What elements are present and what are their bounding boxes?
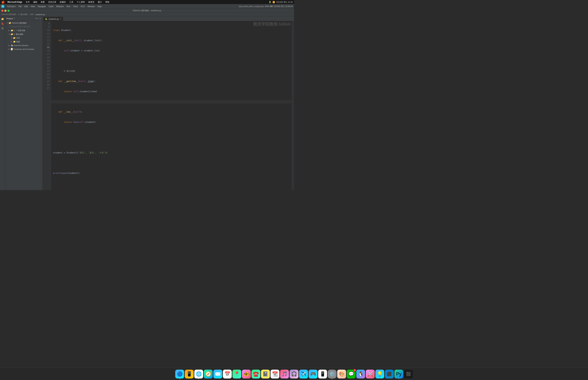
video-label: 视频: [16, 40, 20, 43]
sidebar-item-ext-libs[interactable]: ▶ 📚 External Libraries: [5, 43, 42, 47]
pycharm-menu-edit[interactable]: Edit: [23, 5, 29, 8]
code-line-18: [51, 131, 292, 134]
tab-students-py[interactable]: 🐍 students.py ✕: [43, 17, 63, 21]
wifi-icon: 📶: [273, 1, 275, 3]
menu-edit[interactable]: 编辑: [33, 1, 38, 3]
breadcrumb-file[interactable]: students.py: [36, 13, 45, 16]
sidebar-icons: ⚙ ≡ ✕: [35, 17, 41, 19]
code-line-21: [51, 161, 292, 165]
scratches-label: Scratches and Consoles: [14, 48, 34, 50]
code-line-12: # 魔法函数: [51, 69, 292, 73]
bookmarks-tool-btn[interactable]: 🔖: [1, 22, 4, 25]
traffic-lights: [1, 10, 10, 12]
breadcrumb-folder[interactable]: 2. 魔法函数: [18, 13, 28, 16]
settings-icon[interactable]: ⚙: [35, 17, 37, 19]
sidebar: Project ▼ ⚙ ≡ ✕ ▼ 📂 Python3 进阶编程 ~/Deskt…: [5, 16, 42, 190]
code-line-11: [51, 59, 292, 63]
sidebar-item-ch2[interactable]: ▼ 📂 2. 魔法函数: [5, 32, 42, 36]
pycharm-menu-file[interactable]: File: [17, 5, 23, 8]
main-layout: 📁 🔖 🏗 ★ Project ▼ ⚙ ≡ ✕ ▼ 📂 Python3 进阶编程: [0, 16, 294, 190]
sidebar-item-ch1[interactable]: ▶ 📁 1. 一切皆对象: [5, 29, 42, 32]
code-line-17: return len(self.student): [51, 120, 292, 124]
expand-arrow-ch2: ▼: [8, 33, 10, 35]
title-bar: Python3 进阶编程 - students.py: [0, 9, 294, 13]
line-numbers: 8 9 10 11 12 13 14 15 16 17 18 19 20 21 …: [42, 21, 51, 190]
lib-icon: 📚: [11, 44, 13, 47]
window-title: Python3 进阶编程 - students.py: [133, 9, 161, 12]
expand-arrow-ch1: ▶: [8, 30, 10, 31]
zoom-level: 100% ⌨: [265, 5, 273, 7]
code-line-23: [51, 182, 292, 185]
apple-menu[interactable]: 🍎: [1, 0, 5, 4]
code-content[interactable]: class Student: def __init__(self, studen…: [51, 21, 292, 190]
menu-history[interactable]: 历史记录: [47, 1, 57, 3]
project-tool-btn[interactable]: 📁: [1, 17, 4, 21]
pycharm-menubar: Py PyCharm File Edit View Navigate Code …: [0, 4, 294, 9]
expand-arrow-scratch: ▶: [8, 48, 10, 50]
pycharm-menu-navigate[interactable]: Navigate: [37, 5, 47, 8]
pycharm-menu-tools[interactable]: Tools: [72, 5, 79, 8]
menu-favorites[interactable]: 收藏夹: [59, 1, 67, 3]
pycharm-menu-code[interactable]: Code: [47, 5, 55, 8]
sidebar-header: Project ▼ ⚙ ≡ ✕: [5, 16, 42, 21]
breadcrumb-code[interactable]: 代码: [30, 13, 34, 16]
pycharm-menu-window[interactable]: Window: [86, 5, 96, 8]
ch1-label: 1. 一切皆对象: [14, 29, 25, 32]
menu-file[interactable]: 文件: [25, 1, 30, 3]
pycharm-menu-app[interactable]: PyCharm: [6, 5, 17, 8]
folder-icon-video: 📁: [13, 40, 16, 43]
code-line-13: def __getitem__(self, item):: [51, 80, 292, 83]
dropdown-icon[interactable]: ▼: [13, 18, 15, 19]
folder-icon: 📂: [9, 22, 11, 24]
code-editor-container[interactable]: 8 9 10 11 12 13 14 15 16 17 18 19 20 21 …: [42, 21, 294, 190]
expand-arrow-video: ▶: [11, 41, 13, 42]
sidebar-item-code[interactable]: ▼ 📂 代码: [5, 36, 42, 40]
pycharm-menu-help[interactable]: Help: [96, 5, 103, 8]
code-line-16: def __len__(self):: [51, 110, 292, 114]
collapse-icon[interactable]: ≡: [38, 17, 39, 19]
scratch-icon: 📝: [11, 48, 13, 50]
python-file-icon: 🐍: [45, 18, 47, 20]
code-line-19: [51, 141, 292, 144]
menu-tabs[interactable]: 标签页: [88, 1, 95, 3]
pycharm-menu-view[interactable]: View: [30, 5, 36, 8]
right-gutter: [292, 21, 294, 190]
sidebar-item-python3[interactable]: ▼ 📂 Python3 进阶编程: [5, 21, 42, 25]
structure-tool-btn[interactable]: 🏗: [1, 27, 4, 30]
sidebar-item-scratches[interactable]: ▶ 📝 Scratches and Consoles: [5, 47, 42, 51]
ch2-label: 2. 魔法函数: [14, 33, 23, 36]
code-line-10: self.student = student_list: [51, 49, 292, 52]
menu-tools[interactable]: 工具: [69, 1, 74, 3]
tab-close-btn[interactable]: ✕: [60, 18, 61, 20]
close-sidebar-icon[interactable]: ✕: [39, 17, 41, 19]
menu-help[interactable]: 帮助: [105, 1, 110, 3]
pycharm-menu-vcs[interactable]: VCS: [79, 5, 86, 8]
minimize-button[interactable]: [4, 10, 6, 12]
ext-libs-label: External Libraries: [14, 44, 28, 46]
menu-view[interactable]: 查看: [40, 1, 45, 3]
close-button[interactable]: [1, 10, 3, 12]
project-label: Project: [6, 18, 13, 19]
tab-bar: 🐍 students.py ✕: [42, 16, 294, 21]
sidebar-title: Project ▼: [6, 18, 15, 19]
menu-profile[interactable]: 个人资料: [76, 1, 86, 3]
system-tray: 🔋 📶 4月19日 周三 21:34: [269, 1, 293, 3]
maximize-button[interactable]: [7, 10, 10, 12]
code-label: 代码: [16, 37, 20, 39]
app-name[interactable]: Microsoft Edge: [7, 1, 23, 3]
expand-arrow-code: ▼: [11, 37, 13, 39]
pycharm-menu-run[interactable]: Run: [65, 5, 71, 8]
datetime: 4月19日 周三 21:34: [276, 1, 293, 3]
breadcrumb-project[interactable]: Python3 进阶编程: [1, 13, 16, 16]
sidebar-content: ▼ 📂 Python3 进阶编程 ~/Desktop/Python3 进阶编程 …: [5, 21, 42, 190]
battery-icon: 🔋: [269, 1, 271, 3]
code-editor[interactable]: 8 9 10 11 12 13 14 15 16 17 18 19 20 21 …: [42, 21, 292, 190]
expand-arrow-ext: ▶: [8, 45, 10, 46]
pycharm-menu-refactor[interactable]: Refactor: [55, 5, 65, 8]
left-tool-strip: 📁 🔖 🏗 ★: [0, 16, 5, 190]
menu-window[interactable]: 窗口: [97, 1, 103, 3]
pycharm-logo: Py: [1, 5, 4, 8]
sidebar-item-video[interactable]: ▶ 📁 视频: [5, 40, 42, 43]
pycharm-status-info: 31% | 67% | 64°C | 3.6/0.0 Kb 100% ⌨ 5月2…: [239, 5, 293, 8]
folder-icon-code: 📂: [13, 37, 16, 39]
